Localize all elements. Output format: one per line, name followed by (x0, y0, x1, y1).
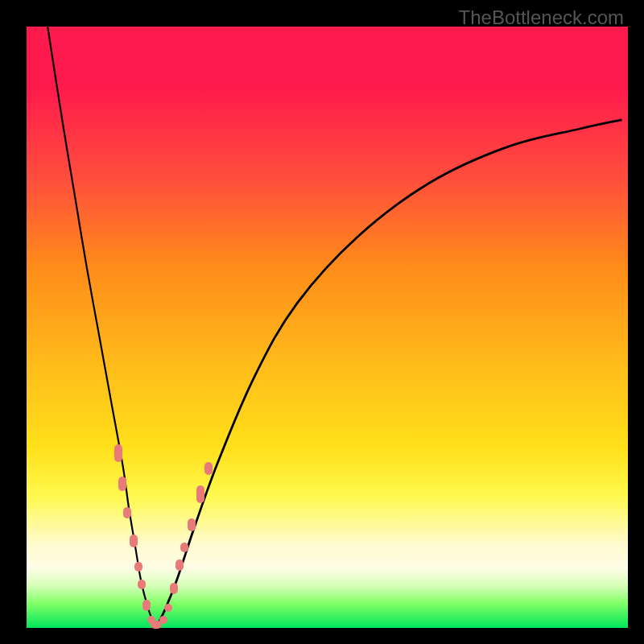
chart-container: TheBottleneck.com (0, 0, 644, 644)
watermark-text: TheBottleneck.com (459, 6, 624, 29)
plot-area (27, 27, 628, 628)
